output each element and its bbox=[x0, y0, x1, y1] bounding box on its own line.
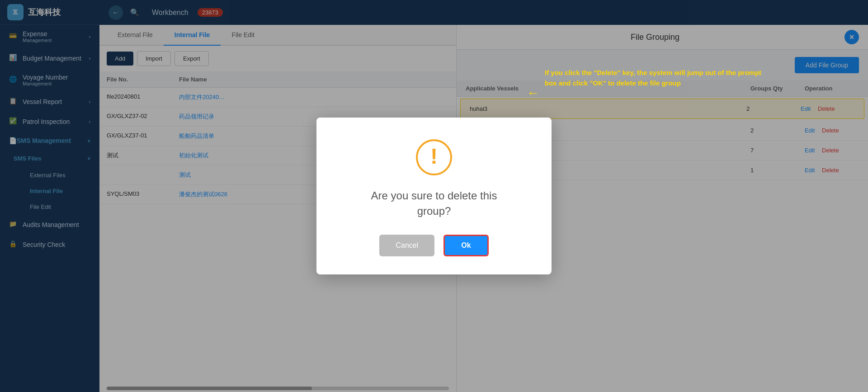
tooltip-annotation: If you click the "Delete" key, the syste… bbox=[545, 68, 762, 88]
cancel-button[interactable]: Cancel bbox=[379, 235, 434, 256]
dialog-buttons: Cancel Ok bbox=[344, 235, 524, 256]
confirm-dialog: ! Are you sure to delete thisgroup? Canc… bbox=[316, 118, 552, 274]
tooltip-arrow-left: ← bbox=[527, 86, 539, 100]
warning-icon: ! bbox=[416, 139, 452, 175]
dialog-message: Are you sure to delete thisgroup? bbox=[344, 188, 524, 218]
tooltip-text: If you click the "Delete" key, the syste… bbox=[545, 68, 762, 88]
ok-button[interactable]: Ok bbox=[443, 235, 488, 256]
modal-overlay: ! Are you sure to delete thisgroup? Canc… bbox=[0, 0, 868, 392]
